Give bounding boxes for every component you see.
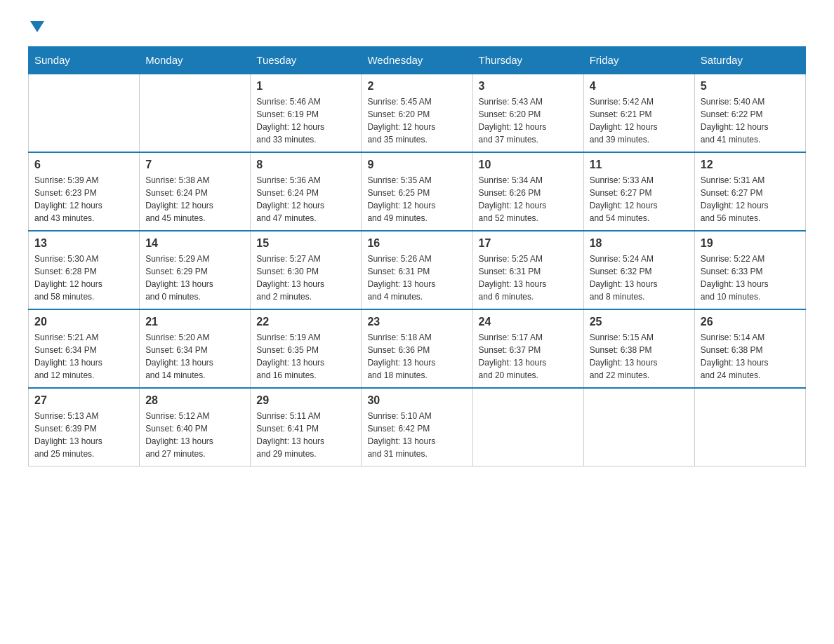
day-number: 7 bbox=[145, 159, 244, 171]
day-number: 12 bbox=[701, 159, 800, 171]
weekday-header-saturday: Saturday bbox=[694, 47, 805, 74]
calendar-cell: 6Sunrise: 5:39 AM Sunset: 6:23 PM Daylig… bbox=[29, 152, 140, 231]
calendar-cell: 26Sunrise: 5:14 AM Sunset: 6:38 PM Dayli… bbox=[694, 309, 805, 388]
day-info: Sunrise: 5:29 AM Sunset: 6:29 PM Dayligh… bbox=[145, 253, 244, 303]
weekday-header-sunday: Sunday bbox=[29, 47, 140, 74]
calendar-cell bbox=[29, 74, 140, 152]
calendar-cell: 9Sunrise: 5:35 AM Sunset: 6:25 PM Daylig… bbox=[362, 152, 472, 231]
calendar-cell: 29Sunrise: 5:11 AM Sunset: 6:41 PM Dayli… bbox=[251, 388, 362, 467]
day-info: Sunrise: 5:27 AM Sunset: 6:30 PM Dayligh… bbox=[256, 253, 355, 303]
day-info: Sunrise: 5:17 AM Sunset: 6:37 PM Dayligh… bbox=[479, 331, 578, 382]
calendar-cell: 22Sunrise: 5:19 AM Sunset: 6:35 PM Dayli… bbox=[251, 309, 362, 388]
day-info: Sunrise: 5:30 AM Sunset: 6:28 PM Dayligh… bbox=[34, 253, 133, 303]
day-number: 10 bbox=[479, 159, 578, 171]
day-number: 23 bbox=[367, 316, 466, 328]
calendar-cell: 23Sunrise: 5:18 AM Sunset: 6:36 PM Dayli… bbox=[362, 309, 472, 388]
day-info: Sunrise: 5:26 AM Sunset: 6:31 PM Dayligh… bbox=[367, 253, 466, 303]
calendar-cell: 1Sunrise: 5:46 AM Sunset: 6:19 PM Daylig… bbox=[251, 74, 362, 152]
day-info: Sunrise: 5:21 AM Sunset: 6:34 PM Dayligh… bbox=[34, 331, 133, 382]
day-info: Sunrise: 5:15 AM Sunset: 6:38 PM Dayligh… bbox=[590, 331, 689, 382]
day-number: 9 bbox=[367, 159, 466, 171]
day-info: Sunrise: 5:12 AM Sunset: 6:40 PM Dayligh… bbox=[145, 410, 244, 460]
weekday-header-tuesday: Tuesday bbox=[251, 47, 362, 74]
weekday-header-row: SundayMondayTuesdayWednesdayThursdayFrid… bbox=[29, 47, 806, 74]
day-number: 30 bbox=[367, 394, 466, 407]
day-number: 1 bbox=[256, 80, 355, 93]
day-number: 15 bbox=[256, 237, 355, 250]
calendar-week-row: 13Sunrise: 5:30 AM Sunset: 6:28 PM Dayli… bbox=[29, 231, 806, 309]
day-info: Sunrise: 5:46 AM Sunset: 6:19 PM Dayligh… bbox=[256, 95, 355, 146]
day-info: Sunrise: 5:42 AM Sunset: 6:21 PM Dayligh… bbox=[590, 95, 689, 146]
day-number: 2 bbox=[367, 80, 466, 93]
day-number: 24 bbox=[479, 316, 578, 328]
calendar-cell: 25Sunrise: 5:15 AM Sunset: 6:38 PM Dayli… bbox=[583, 309, 694, 388]
day-info: Sunrise: 5:24 AM Sunset: 6:32 PM Dayligh… bbox=[590, 253, 689, 303]
calendar-cell: 4Sunrise: 5:42 AM Sunset: 6:21 PM Daylig… bbox=[583, 74, 694, 152]
day-info: Sunrise: 5:22 AM Sunset: 6:33 PM Dayligh… bbox=[701, 253, 800, 303]
day-number: 25 bbox=[590, 316, 689, 328]
weekday-header-wednesday: Wednesday bbox=[362, 47, 472, 74]
calendar-cell: 5Sunrise: 5:40 AM Sunset: 6:22 PM Daylig… bbox=[694, 74, 805, 152]
calendar-cell: 28Sunrise: 5:12 AM Sunset: 6:40 PM Dayli… bbox=[140, 388, 251, 467]
calendar-week-row: 20Sunrise: 5:21 AM Sunset: 6:34 PM Dayli… bbox=[29, 309, 806, 388]
logo-arrow-icon bbox=[30, 21, 44, 32]
calendar-cell: 3Sunrise: 5:43 AM Sunset: 6:20 PM Daylig… bbox=[472, 74, 583, 152]
calendar-cell: 16Sunrise: 5:26 AM Sunset: 6:31 PM Dayli… bbox=[362, 231, 472, 309]
calendar-cell: 2Sunrise: 5:45 AM Sunset: 6:20 PM Daylig… bbox=[362, 74, 472, 152]
calendar-cell: 14Sunrise: 5:29 AM Sunset: 6:29 PM Dayli… bbox=[140, 231, 251, 309]
day-info: Sunrise: 5:14 AM Sunset: 6:38 PM Dayligh… bbox=[701, 331, 800, 382]
calendar-cell bbox=[472, 388, 583, 467]
day-info: Sunrise: 5:18 AM Sunset: 6:36 PM Dayligh… bbox=[367, 331, 466, 382]
calendar-cell: 21Sunrise: 5:20 AM Sunset: 6:34 PM Dayli… bbox=[140, 309, 251, 388]
day-info: Sunrise: 5:35 AM Sunset: 6:25 PM Dayligh… bbox=[367, 174, 466, 224]
calendar-cell: 8Sunrise: 5:36 AM Sunset: 6:24 PM Daylig… bbox=[251, 152, 362, 231]
day-number: 17 bbox=[479, 237, 578, 250]
day-info: Sunrise: 5:33 AM Sunset: 6:27 PM Dayligh… bbox=[590, 174, 689, 224]
day-number: 16 bbox=[367, 237, 466, 250]
calendar-cell: 30Sunrise: 5:10 AM Sunset: 6:42 PM Dayli… bbox=[362, 388, 472, 467]
day-number: 18 bbox=[590, 237, 689, 250]
calendar-cell: 27Sunrise: 5:13 AM Sunset: 6:39 PM Dayli… bbox=[29, 388, 140, 467]
day-info: Sunrise: 5:36 AM Sunset: 6:24 PM Dayligh… bbox=[256, 174, 355, 224]
day-number: 27 bbox=[34, 394, 133, 407]
day-info: Sunrise: 5:45 AM Sunset: 6:20 PM Dayligh… bbox=[367, 95, 466, 146]
calendar-cell: 18Sunrise: 5:24 AM Sunset: 6:32 PM Dayli… bbox=[583, 231, 694, 309]
day-number: 22 bbox=[256, 316, 355, 328]
day-info: Sunrise: 5:34 AM Sunset: 6:26 PM Dayligh… bbox=[479, 174, 578, 224]
day-info: Sunrise: 5:40 AM Sunset: 6:22 PM Dayligh… bbox=[701, 95, 800, 146]
calendar-cell: 15Sunrise: 5:27 AM Sunset: 6:30 PM Dayli… bbox=[251, 231, 362, 309]
day-info: Sunrise: 5:20 AM Sunset: 6:34 PM Dayligh… bbox=[145, 331, 244, 382]
calendar-cell: 10Sunrise: 5:34 AM Sunset: 6:26 PM Dayli… bbox=[472, 152, 583, 231]
calendar-cell bbox=[140, 74, 251, 152]
calendar-cell: 20Sunrise: 5:21 AM Sunset: 6:34 PM Dayli… bbox=[29, 309, 140, 388]
day-info: Sunrise: 5:11 AM Sunset: 6:41 PM Dayligh… bbox=[256, 410, 355, 460]
day-number: 29 bbox=[256, 394, 355, 407]
day-info: Sunrise: 5:19 AM Sunset: 6:35 PM Dayligh… bbox=[256, 331, 355, 382]
day-number: 28 bbox=[145, 394, 244, 407]
weekday-header-monday: Monday bbox=[140, 47, 251, 74]
day-info: Sunrise: 5:10 AM Sunset: 6:42 PM Dayligh… bbox=[367, 410, 466, 460]
day-number: 4 bbox=[590, 80, 689, 93]
calendar-cell bbox=[583, 388, 694, 467]
day-number: 5 bbox=[701, 80, 800, 93]
calendar-cell: 12Sunrise: 5:31 AM Sunset: 6:27 PM Dayli… bbox=[694, 152, 805, 231]
calendar-week-row: 27Sunrise: 5:13 AM Sunset: 6:39 PM Dayli… bbox=[29, 388, 806, 467]
day-number: 11 bbox=[590, 159, 689, 171]
calendar-week-row: 1Sunrise: 5:46 AM Sunset: 6:19 PM Daylig… bbox=[29, 74, 806, 152]
day-number: 13 bbox=[34, 237, 133, 250]
calendar-cell: 11Sunrise: 5:33 AM Sunset: 6:27 PM Dayli… bbox=[583, 152, 694, 231]
day-number: 3 bbox=[479, 80, 578, 93]
logo bbox=[28, 21, 46, 32]
calendar-cell bbox=[694, 388, 805, 467]
calendar-cell: 7Sunrise: 5:38 AM Sunset: 6:24 PM Daylig… bbox=[140, 152, 251, 231]
calendar-cell: 19Sunrise: 5:22 AM Sunset: 6:33 PM Dayli… bbox=[694, 231, 805, 309]
day-number: 19 bbox=[701, 237, 800, 250]
calendar-cell: 24Sunrise: 5:17 AM Sunset: 6:37 PM Dayli… bbox=[472, 309, 583, 388]
day-number: 20 bbox=[34, 316, 133, 328]
day-info: Sunrise: 5:39 AM Sunset: 6:23 PM Dayligh… bbox=[34, 174, 133, 224]
day-info: Sunrise: 5:25 AM Sunset: 6:31 PM Dayligh… bbox=[479, 253, 578, 303]
weekday-header-thursday: Thursday bbox=[472, 47, 583, 74]
day-info: Sunrise: 5:43 AM Sunset: 6:20 PM Dayligh… bbox=[479, 95, 578, 146]
page-header bbox=[28, 21, 806, 32]
calendar-table: SundayMondayTuesdayWednesdayThursdayFrid… bbox=[28, 46, 806, 467]
